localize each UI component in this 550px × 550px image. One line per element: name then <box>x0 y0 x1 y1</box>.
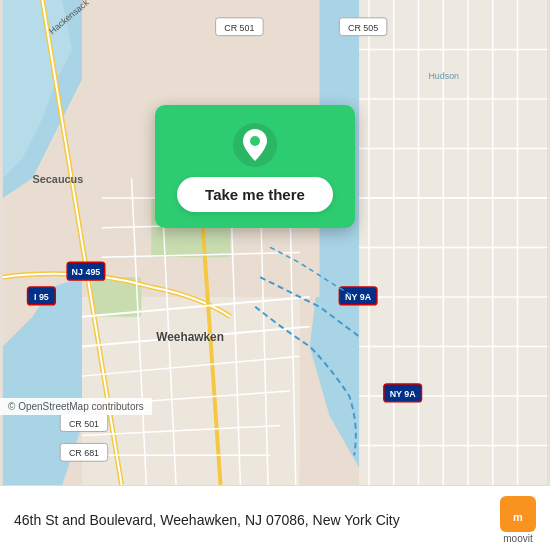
moovit-logo-icon: m <box>500 496 536 532</box>
svg-text:I 95: I 95 <box>34 292 49 302</box>
location-pin-icon <box>233 123 277 167</box>
address-label: 46th St and Boulevard, Weehawken, NJ 070… <box>14 512 488 528</box>
attribution-text: © OpenStreetMap contributors <box>8 401 144 412</box>
attribution-bar: © OpenStreetMap contributors <box>0 398 152 415</box>
svg-point-64 <box>250 136 260 146</box>
bottom-bar: 46th St and Boulevard, Weehawken, NJ 070… <box>0 485 550 550</box>
app: CR 501 CR 505 I 95 NJ 495 CR 501 CR 681 … <box>0 0 550 550</box>
popup-card: Take me there <box>155 105 355 228</box>
svg-text:m: m <box>513 511 523 523</box>
take-me-there-button[interactable]: Take me there <box>177 177 333 212</box>
svg-text:Hudson: Hudson <box>428 71 459 81</box>
svg-text:Secaucus: Secaucus <box>33 173 84 185</box>
svg-text:NJ 495: NJ 495 <box>72 267 101 277</box>
svg-text:NY 9A: NY 9A <box>390 389 417 399</box>
map-container[interactable]: CR 501 CR 505 I 95 NJ 495 CR 501 CR 681 … <box>0 0 550 485</box>
svg-text:Weehawken: Weehawken <box>156 330 224 344</box>
moovit-logo: m moovit <box>500 496 536 544</box>
moovit-brand-text: moovit <box>503 533 532 544</box>
svg-text:CR 501: CR 501 <box>224 23 254 33</box>
svg-text:CR 505: CR 505 <box>348 23 378 33</box>
svg-text:CR 501: CR 501 <box>69 419 99 429</box>
svg-text:CR 681: CR 681 <box>69 448 99 458</box>
